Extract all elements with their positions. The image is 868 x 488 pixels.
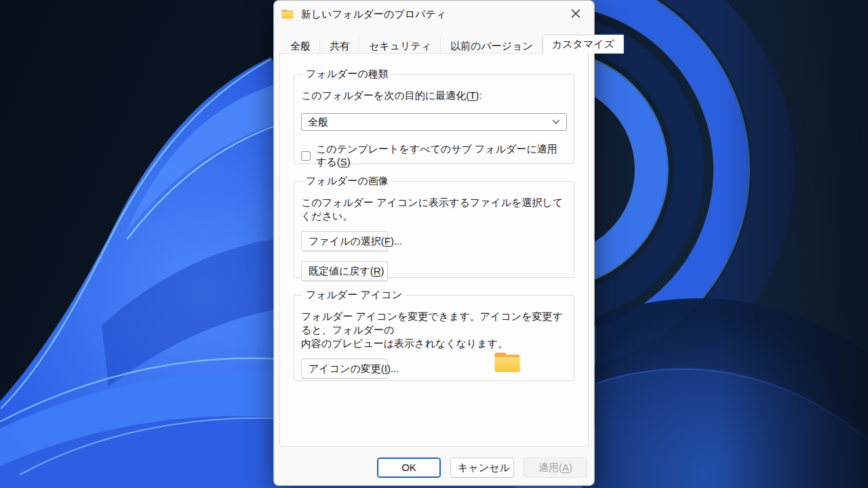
folder-preview-icon bbox=[492, 350, 522, 376]
tab-previous-versions[interactable]: 以前のバージョン bbox=[441, 37, 542, 54]
folder-pictures-description: このフォルダー アイコンに表示するファイルを選択してください。 bbox=[301, 196, 567, 223]
folder-icons-group: フォルダー アイコン フォルダー アイコンを変更できます。アイコンを変更すると、… bbox=[294, 289, 574, 381]
titlebar: 新しいフォルダーのプロパティ bbox=[274, 1, 594, 28]
tabstrip: 全般 共有 セキュリティ 以前のバージョン カスタマイズ bbox=[281, 35, 624, 54]
folder-icon bbox=[281, 9, 294, 20]
folder-type-legend: フォルダーの種類 bbox=[302, 68, 392, 81]
ok-button[interactable]: OK bbox=[377, 458, 441, 478]
combobox-value: 全般 bbox=[308, 116, 552, 129]
apply-to-subfolders-row: このテンプレートをすべてのサブ フォルダーに適用する(S) bbox=[301, 143, 567, 169]
folder-pictures-group: フォルダーの画像 このフォルダー アイコンに表示するファイルを選択してください。… bbox=[294, 175, 574, 278]
properties-dialog: 新しいフォルダーのプロパティ 全般 共有 セキュリティ 以前のバージョン カスタ… bbox=[273, 0, 595, 486]
folder-pictures-legend: フォルダーの画像 bbox=[302, 175, 392, 188]
apply-to-subfolders-label: このテンプレートをすべてのサブ フォルダーに適用する(S) bbox=[316, 143, 567, 169]
optimize-label: このフォルダーを次の目的に最適化(T): bbox=[301, 89, 567, 102]
dialog-footer: OK キャンセル 適用(A) bbox=[274, 447, 594, 485]
close-button[interactable] bbox=[564, 5, 587, 22]
apply-button: 適用(A) bbox=[524, 458, 587, 478]
apply-to-subfolders-checkbox[interactable] bbox=[301, 151, 311, 161]
tab-sharing[interactable]: 共有 bbox=[320, 37, 359, 54]
folder-type-group: フォルダーの種類 このフォルダーを次の目的に最適化(T): 全般 このテンプレー… bbox=[294, 68, 574, 164]
close-icon bbox=[571, 9, 580, 18]
restore-default-button[interactable]: 既定値に戻す(R) bbox=[301, 261, 388, 281]
window-title: 新しいフォルダーのプロパティ bbox=[301, 8, 446, 21]
chevron-down-icon bbox=[552, 119, 560, 125]
change-icon-button[interactable]: アイコンの変更(I)... bbox=[301, 359, 388, 379]
tab-security[interactable]: セキュリティ bbox=[359, 37, 441, 54]
folder-type-combobox[interactable]: 全般 bbox=[301, 113, 567, 131]
folder-icons-legend: フォルダー アイコン bbox=[302, 289, 406, 302]
tab-customize[interactable]: カスタマイズ bbox=[542, 35, 624, 54]
cancel-button[interactable]: キャンセル bbox=[450, 458, 514, 478]
tab-page-customize: フォルダーの種類 このフォルダーを次の目的に最適化(T): 全般 このテンプレー… bbox=[279, 53, 589, 447]
tab-general[interactable]: 全般 bbox=[281, 37, 320, 54]
choose-file-button[interactable]: ファイルの選択(F)... bbox=[301, 231, 388, 251]
folder-icons-description: フォルダー アイコンを変更できます。アイコンを変更すると、フォルダーの 内容のプ… bbox=[301, 310, 567, 350]
